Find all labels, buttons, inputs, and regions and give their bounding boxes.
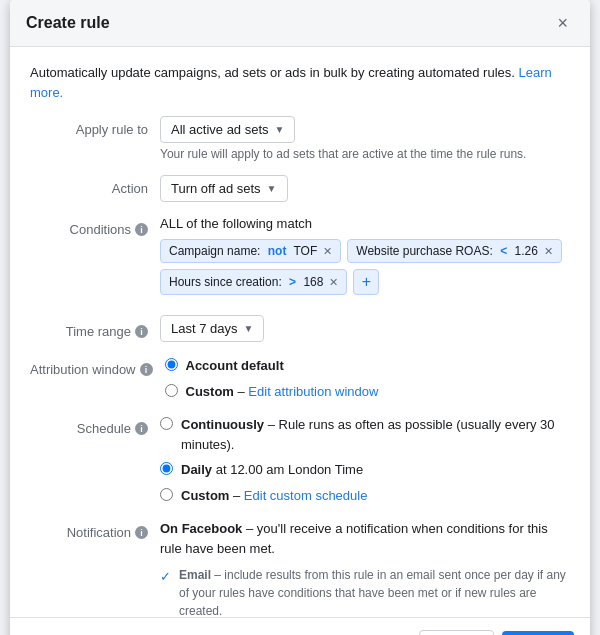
- notification-text: On Facebook – you'll receive a notificat…: [160, 519, 570, 558]
- close-button[interactable]: ×: [551, 12, 574, 34]
- conditions-info-icon: i: [135, 223, 148, 236]
- attribution-account-default-radio[interactable]: [165, 358, 178, 371]
- tag-hours: Hours since creation: > 168 ✕: [160, 269, 347, 295]
- action-select[interactable]: Turn off ad sets ▼: [160, 175, 288, 202]
- attribution-label: Attribution window i: [30, 356, 165, 377]
- action-caret-icon: ▼: [267, 183, 277, 194]
- conditions-tags: Campaign name: not TOF ✕ Website purchas…: [160, 239, 570, 263]
- apply-rule-label: Apply rule to: [30, 116, 160, 137]
- attribution-content: Account default Custom – Edit attributio…: [165, 356, 571, 401]
- modal-footer: Cancel Create: [10, 617, 590, 635]
- conditions-header: ALL of the following match: [160, 216, 570, 231]
- conditions-content: ALL of the following match Campaign name…: [160, 216, 570, 301]
- notification-email-row: ✓ Email – include results from this rule…: [160, 566, 570, 617]
- attribution-custom-radio[interactable]: [165, 384, 178, 397]
- attribution-custom: Custom – Edit attribution window: [165, 382, 571, 402]
- time-range-content: Last 7 days ▼: [160, 315, 570, 342]
- notification-row: Notification i On Facebook – you'll rece…: [30, 519, 570, 617]
- edit-attribution-link[interactable]: Edit attribution window: [248, 384, 378, 399]
- email-check-icon: ✓: [160, 567, 171, 587]
- create-button[interactable]: Create: [502, 631, 574, 635]
- schedule-content: Continuously – Rule runs as often as pos…: [160, 415, 570, 505]
- modal-body: Automatically update campaigns, ad sets …: [10, 47, 590, 617]
- action-content: Turn off ad sets ▼: [160, 175, 570, 202]
- modal-header: Create rule ×: [10, 0, 590, 47]
- schedule-daily: Daily at 12.00 am London Time: [160, 460, 570, 480]
- attribution-row: Attribution window i Account default Cus…: [30, 356, 570, 401]
- tag-roas: Website purchase ROAS: < 1.26 ✕: [347, 239, 562, 263]
- action-row: Action Turn off ad sets ▼: [30, 175, 570, 202]
- tag-roas-close-icon[interactable]: ✕: [544, 245, 553, 258]
- schedule-daily-radio[interactable]: [160, 462, 173, 475]
- schedule-custom-radio[interactable]: [160, 488, 173, 501]
- create-rule-modal: Create rule × Automatically update campa…: [10, 0, 590, 635]
- apply-rule-hint: Your rule will apply to ad sets that are…: [160, 147, 570, 161]
- schedule-row: Schedule i Continuously – Rule runs as o…: [30, 415, 570, 505]
- attribution-info-icon: i: [140, 363, 153, 376]
- add-condition-button[interactable]: +: [353, 269, 379, 295]
- schedule-info-icon: i: [135, 422, 148, 435]
- action-label: Action: [30, 175, 160, 196]
- schedule-custom: Custom – Edit custom schedule: [160, 486, 570, 506]
- notification-content: On Facebook – you'll receive a notificat…: [160, 519, 570, 617]
- time-range-label: Time range i: [30, 318, 160, 339]
- conditions-label: Conditions i: [30, 216, 160, 237]
- conditions-tags-row2: Hours since creation: > 168 ✕ +: [160, 269, 570, 295]
- edit-schedule-link[interactable]: Edit custom schedule: [244, 488, 368, 503]
- time-range-row: Time range i Last 7 days ▼: [30, 315, 570, 342]
- description-text: Automatically update campaigns, ad sets …: [30, 63, 570, 102]
- cancel-button[interactable]: Cancel: [419, 630, 493, 635]
- notification-info-icon: i: [135, 526, 148, 539]
- attribution-account-default: Account default: [165, 356, 571, 376]
- schedule-radio-group: Continuously – Rule runs as often as pos…: [160, 415, 570, 505]
- time-range-select[interactable]: Last 7 days ▼: [160, 315, 264, 342]
- modal-title: Create rule: [26, 14, 110, 32]
- apply-rule-content: All active ad sets ▼ Your rule will appl…: [160, 116, 570, 161]
- tag-hours-close-icon[interactable]: ✕: [329, 276, 338, 289]
- schedule-continuously: Continuously – Rule runs as often as pos…: [160, 415, 570, 454]
- schedule-label: Schedule i: [30, 415, 160, 436]
- notification-label: Notification i: [30, 519, 160, 540]
- schedule-continuously-radio[interactable]: [160, 417, 173, 430]
- apply-rule-select[interactable]: All active ad sets ▼: [160, 116, 295, 143]
- conditions-row: Conditions i ALL of the following match …: [30, 216, 570, 301]
- time-range-caret-icon: ▼: [244, 323, 254, 334]
- apply-rule-row: Apply rule to All active ad sets ▼ Your …: [30, 116, 570, 161]
- attribution-radio-group: Account default Custom – Edit attributio…: [165, 356, 571, 401]
- tag-campaign-close-icon[interactable]: ✕: [323, 245, 332, 258]
- time-range-info-icon: i: [135, 325, 148, 338]
- tag-campaign-name: Campaign name: not TOF ✕: [160, 239, 341, 263]
- apply-rule-caret-icon: ▼: [275, 124, 285, 135]
